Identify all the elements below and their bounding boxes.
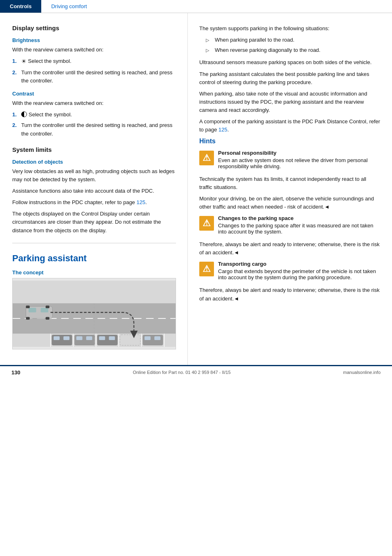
brightness-steps: 1. ☀ Select the symbol. 2. Turn the cont… <box>12 57 176 85</box>
concept-bullet-list: When parking parallel to the road. When … <box>206 36 381 54</box>
svg-rect-23 <box>29 308 36 312</box>
hint-1-text: Even an active system does not relieve t… <box>218 157 368 169</box>
concept-p5-post: . <box>227 127 229 133</box>
svg-rect-17 <box>109 336 115 340</box>
parking-image <box>12 278 176 349</box>
step-text: Turn the controller until the desired se… <box>21 121 176 138</box>
contrast-step-1: 1. Select the symbol. <box>12 111 176 119</box>
warning-symbol-3: ⚠ <box>203 265 211 274</box>
display-settings-title: Display settings <box>12 24 176 31</box>
hint4-text: Therefore, always be alert and ready to … <box>199 240 381 257</box>
step-num: 2. <box>12 121 21 129</box>
brightness-step-2: 2. Turn the controller until the desired… <box>12 69 176 85</box>
hint2-intro: Technically the system has its limits, i… <box>199 175 381 191</box>
half-circle-icon <box>21 111 27 117</box>
main-content: Display settings Brightness With the rea… <box>0 13 392 365</box>
warning-icon-3: ⚠ <box>199 262 214 276</box>
hint-1-title: Personal responsibility <box>218 150 381 156</box>
step-num: 2. <box>12 69 21 77</box>
bullet-item-2: When reverse parking diagonally to the r… <box>206 46 381 54</box>
detection-p4: The objects displayed on the Control Dis… <box>12 210 176 234</box>
detection-heading: Detection of objects <box>12 159 176 165</box>
concept-p3: The parking assistant calculates the bes… <box>199 70 381 87</box>
warning-icon-1: ⚠ <box>199 151 214 165</box>
detection-p1: Very low obstacles as well as high, prot… <box>12 167 176 184</box>
svg-rect-21 <box>154 336 160 340</box>
svg-rect-14 <box>86 336 92 340</box>
svg-rect-20 <box>145 336 151 340</box>
hint-3-text: Cargo that extends beyond the perimeter … <box>218 268 376 280</box>
brightness-intro: With the rearview camera switched on: <box>12 46 176 54</box>
svg-rect-28 <box>46 317 49 319</box>
hint-box-3: ⚠ Transporting cargo Cargo that extends … <box>199 261 381 280</box>
svg-rect-13 <box>76 336 82 340</box>
footer: 130 Online Edition for Part no. 01 40 2 … <box>0 365 392 379</box>
right-column: The system supports parking in the follo… <box>188 13 392 365</box>
parking-diagram-svg <box>13 278 176 349</box>
contrast-step-2: 2. Turn the controller until the desired… <box>12 121 176 138</box>
detection-p3-pre: Follow instructions in the PDC chapter, … <box>12 199 136 205</box>
contrast-steps: 1. Select the symbol. 2. Turn the contro… <box>12 111 176 138</box>
svg-rect-26 <box>46 305 49 308</box>
step-text: Select the symbol. <box>29 111 72 119</box>
tab-controls[interactable]: Controls <box>0 0 41 13</box>
footer-info: Online Edition for Part no. 01 40 2 959 … <box>133 370 231 375</box>
hint-2-content: Changes to the parking space Changes to … <box>218 215 381 235</box>
hint-1-content: Personal responsibility Even an active s… <box>218 150 381 169</box>
page-number: 130 <box>11 369 20 376</box>
detection-p2: Assistance functions also take into acco… <box>12 187 176 195</box>
hint-3-title: Transporting cargo <box>218 261 381 267</box>
hint-box-2: ⚠ Changes to the parking space Changes t… <box>199 215 381 235</box>
footer-watermark: manualsonline.info <box>343 370 381 375</box>
detection-link[interactable]: 125 <box>136 199 145 205</box>
tab-driving-comfort[interactable]: Driving comfort <box>41 0 96 13</box>
brightness-heading: Brightness <box>12 37 176 43</box>
warning-symbol-2: ⚠ <box>203 219 211 228</box>
hint-box-1: ⚠ Personal responsibility Even an active… <box>199 150 381 169</box>
concept-p4: When parking, also take note of the visu… <box>199 90 381 114</box>
step-text: Select the symbol. <box>27 57 71 65</box>
brightness-step-1: 1. ☀ Select the symbol. <box>12 57 176 66</box>
concept-heading: The concept <box>12 269 176 276</box>
step-text: Turn the controller until the desired se… <box>21 69 176 85</box>
svg-rect-24 <box>41 308 49 312</box>
step-num: 1. <box>12 111 21 119</box>
system-limits-title: System limits <box>12 146 176 153</box>
hint2-text: Monitor your driving, be on the alert, o… <box>199 195 381 211</box>
hint-3-content: Transporting cargo Cargo that extends be… <box>218 261 381 280</box>
detection-p3-post: . <box>145 199 147 205</box>
parking-assistant-title: Parking assistant <box>12 253 176 264</box>
divider <box>12 243 176 243</box>
hint-2-text: Changes to the parking space after it wa… <box>218 222 373 235</box>
contrast-heading: Contrast <box>12 91 176 97</box>
sun-icon: ☀ <box>21 57 27 66</box>
concept-p1: The system supports parking in the follo… <box>199 24 381 33</box>
warning-icon-2: ⚠ <box>199 216 214 231</box>
contrast-intro: With the rearview camera switched on: <box>12 99 176 107</box>
hint6-text: Therefore, always be alert and ready to … <box>199 286 381 302</box>
bullet-item-1: When parking parallel to the road. <box>206 36 381 44</box>
step-num: 1. <box>12 57 21 65</box>
left-column: Display settings Brightness With the rea… <box>0 13 188 365</box>
svg-rect-27 <box>26 317 29 319</box>
detection-p3: Follow instructions in the PDC chapter, … <box>12 198 176 207</box>
concept-link[interactable]: 125 <box>218 127 227 133</box>
hint-2-title: Changes to the parking space <box>218 215 381 221</box>
svg-rect-16 <box>99 336 105 340</box>
header: Controls Driving comfort <box>0 0 392 13</box>
warning-symbol-1: ⚠ <box>203 153 211 162</box>
concept-p5: A component of the parking assistant is … <box>199 118 381 134</box>
svg-rect-11 <box>63 336 69 340</box>
svg-rect-10 <box>53 336 60 340</box>
hints-title: Hints <box>199 138 381 145</box>
svg-rect-25 <box>26 305 29 308</box>
concept-p2: Ultrasound sensors measure parking space… <box>199 58 381 67</box>
